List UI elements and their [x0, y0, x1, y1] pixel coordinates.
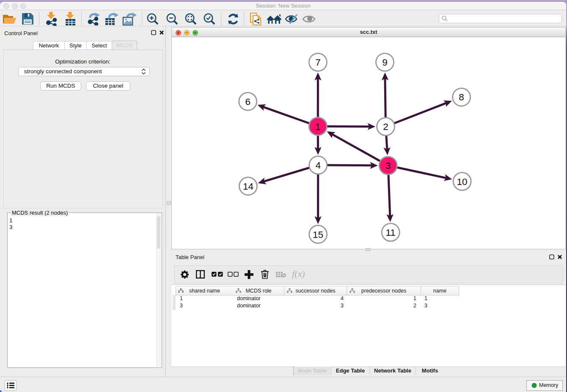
- svg-text:10: 10: [457, 177, 468, 187]
- svg-text:7: 7: [315, 57, 321, 68]
- svg-text:4: 4: [315, 160, 321, 171]
- svg-text:8: 8: [459, 92, 464, 102]
- svg-text:6: 6: [245, 97, 250, 107]
- svg-text:14: 14: [243, 181, 253, 192]
- svg-text:1: 1: [315, 121, 321, 132]
- svg-text:2: 2: [383, 121, 388, 132]
- svg-text:11: 11: [386, 227, 396, 238]
- svg-text:15: 15: [313, 229, 323, 240]
- svg-text:3: 3: [385, 160, 391, 171]
- svg-text:9: 9: [382, 57, 388, 68]
